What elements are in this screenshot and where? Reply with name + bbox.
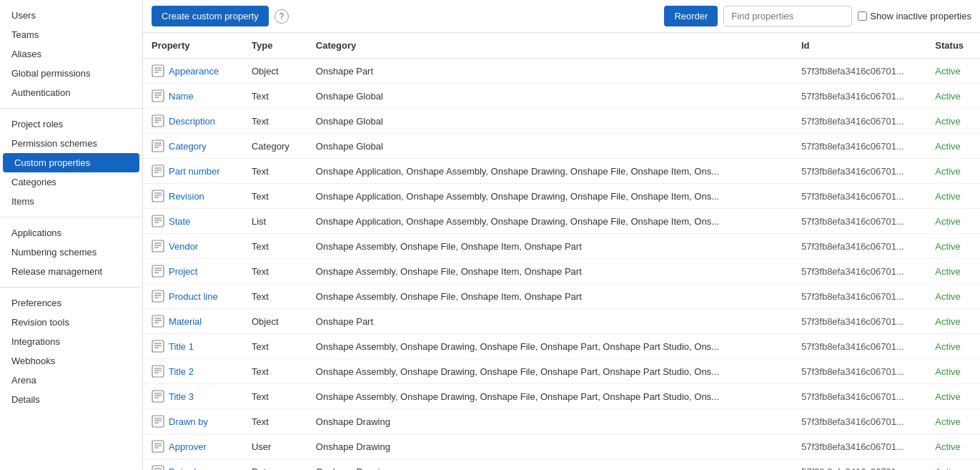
property-link[interactable]: Title 2: [143, 359, 243, 383]
property-link[interactable]: Date drawn: [143, 459, 243, 470]
property-icon: [152, 315, 164, 328]
category-cell: Onshape Part: [307, 59, 793, 84]
create-custom-property-button[interactable]: Create custom property: [152, 6, 269, 26]
table-row: Date drawnDateOnshape Drawing57f3fb8efa3…: [143, 459, 980, 471]
svg-rect-44: [152, 341, 164, 352]
svg-rect-8: [152, 115, 164, 127]
reorder-button[interactable]: Reorder: [664, 6, 718, 26]
id-cell: 57f3fb8efa3416c06701...: [793, 234, 926, 259]
category-cell: Onshape Application, Onshape Assembly, O…: [307, 209, 793, 234]
property-cell: Material: [143, 309, 243, 334]
category-cell: Onshape Assembly, Onshape File, Onshape …: [307, 234, 793, 259]
property-link[interactable]: Product line: [143, 284, 243, 308]
property-link[interactable]: Name: [143, 84, 243, 108]
property-icon: [152, 165, 164, 177]
category-cell: Onshape Drawing: [307, 434, 793, 459]
property-link[interactable]: Description: [143, 109, 243, 133]
find-properties-input[interactable]: [723, 6, 852, 26]
property-cell: Drawn by: [143, 409, 243, 434]
property-cell: State: [143, 209, 243, 234]
help-icon[interactable]: ?: [274, 9, 289, 24]
sidebar-item-items[interactable]: Items: [0, 192, 142, 211]
table-row: Product lineTextOnshape Assembly, Onshap…: [143, 284, 980, 309]
sidebar-item-aliases[interactable]: Aliases: [0, 44, 142, 64]
id-cell: 57f3fb8efa3416c06701...: [793, 134, 926, 159]
sidebar-item-release-management[interactable]: Release management: [0, 262, 142, 281]
property-link[interactable]: Appearance: [143, 59, 243, 83]
sidebar-item-users[interactable]: Users: [0, 6, 142, 25]
svg-rect-48: [152, 366, 164, 377]
property-cell: Vendor: [143, 234, 243, 259]
property-cell: Revision: [143, 184, 243, 209]
property-icon: [152, 215, 164, 227]
sidebar-item-project-roles[interactable]: Project roles: [0, 114, 142, 134]
sidebar-item-categories[interactable]: Categories: [0, 172, 142, 192]
status-cell: Active: [926, 334, 980, 359]
property-name: Product line: [169, 291, 218, 302]
property-icon: [152, 139, 164, 152]
status-cell: Active: [926, 384, 980, 409]
type-cell: Category: [243, 134, 307, 159]
property-link[interactable]: Vendor: [143, 234, 243, 258]
sidebar-item-authentication[interactable]: Authentication: [0, 83, 142, 102]
table-header-row: Property Type Category Id Status: [143, 33, 980, 59]
show-inactive-label[interactable]: Show inactive properties: [858, 11, 971, 21]
property-icon: [152, 390, 164, 403]
sidebar-item-numbering-schemes[interactable]: Numbering schemes: [0, 243, 142, 262]
sidebar-item-teams[interactable]: Teams: [0, 25, 142, 44]
table-row: VendorTextOnshape Assembly, Onshape File…: [143, 234, 980, 259]
status-cell: Active: [926, 159, 980, 184]
sidebar-item-global-permissions[interactable]: Global permissions: [0, 64, 142, 83]
property-link[interactable]: Revision: [143, 184, 243, 208]
property-name: Approver: [169, 441, 207, 452]
property-icon: [152, 365, 164, 378]
property-link[interactable]: Material: [143, 309, 243, 333]
category-cell: Onshape Assembly, Onshape Drawing, Onsha…: [307, 384, 793, 409]
property-icon: [152, 240, 164, 253]
type-cell: Text: [243, 384, 307, 409]
property-link[interactable]: State: [143, 209, 243, 233]
sidebar-divider: [0, 217, 142, 217]
sidebar-item-webhooks[interactable]: Webhooks: [0, 351, 142, 371]
sidebar-item-custom-properties[interactable]: Custom properties: [3, 153, 139, 172]
property-icon: [152, 465, 164, 470]
sidebar-item-revision-tools[interactable]: Revision tools: [0, 313, 142, 332]
table-row: Part numberTextOnshape Application, Onsh…: [143, 159, 980, 184]
status-cell: Active: [926, 459, 980, 471]
id-cell: 57f3fb8efa3416c06701...: [793, 184, 926, 209]
sidebar-item-integrations[interactable]: Integrations: [0, 332, 142, 351]
sidebar-item-preferences[interactable]: Preferences: [0, 293, 142, 313]
property-name: Revision: [169, 191, 204, 202]
column-property: Property: [143, 33, 243, 59]
property-name: Part number: [169, 166, 220, 177]
category-cell: Onshape Assembly, Onshape Drawing, Onsha…: [307, 334, 793, 359]
property-link[interactable]: Drawn by: [143, 409, 243, 434]
id-cell: 57f3fb8efa3416c06701...: [793, 459, 926, 471]
properties-table: Property Type Category Id Status Appeara…: [143, 33, 980, 470]
id-cell: 57f3fb8efa3416c06701...: [793, 159, 926, 184]
svg-rect-16: [152, 165, 164, 177]
property-cell: Title 2: [143, 359, 243, 384]
property-link[interactable]: Title 1: [143, 334, 243, 358]
id-cell: 57f3fb8efa3416c06701...: [793, 84, 926, 109]
property-link[interactable]: Project: [143, 259, 243, 283]
property-link[interactable]: Category: [143, 134, 243, 158]
id-cell: 57f3fb8efa3416c06701...: [793, 259, 926, 284]
sidebar-item-details[interactable]: Details: [0, 390, 142, 409]
property-link[interactable]: Part number: [143, 159, 243, 183]
sidebar-item-permission-schemes[interactable]: Permission schemes: [0, 134, 142, 153]
type-cell: Text: [243, 409, 307, 434]
sidebar-item-applications[interactable]: Applications: [0, 223, 142, 243]
id-cell: 57f3fb8efa3416c06701...: [793, 284, 926, 309]
sidebar-item-arena[interactable]: Arena: [0, 371, 142, 390]
property-name: Vendor: [169, 241, 198, 252]
property-link[interactable]: Approver: [143, 434, 243, 459]
show-inactive-checkbox[interactable]: [858, 11, 867, 21]
table-row: MaterialObjectOnshape Part57f3fb8efa3416…: [143, 309, 980, 334]
table-body: AppearanceObjectOnshape Part57f3fb8efa34…: [143, 59, 980, 471]
table-row: NameTextOnshape Global57f3fb8efa3416c067…: [143, 84, 980, 109]
type-cell: Date: [243, 459, 307, 471]
type-cell: Text: [243, 259, 307, 284]
svg-rect-32: [152, 265, 164, 277]
property-link[interactable]: Title 3: [143, 384, 243, 408]
